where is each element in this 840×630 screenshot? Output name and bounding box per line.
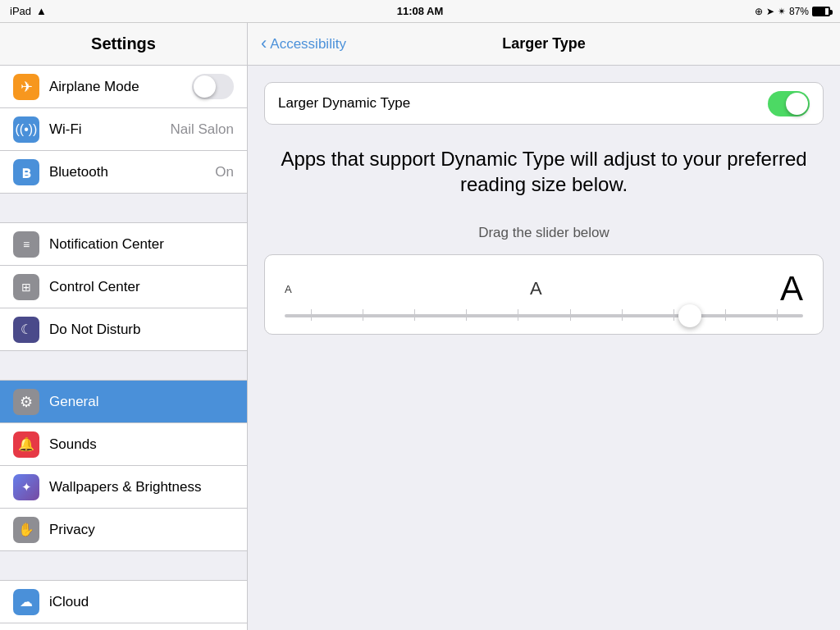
- back-button[interactable]: ‹ Accessibility: [261, 34, 346, 54]
- wallpaper-label: Wallpapers & Brightness: [49, 479, 234, 495]
- dnd-label: Do Not Disturb: [49, 322, 234, 338]
- privacy-icon: ✋: [13, 517, 39, 543]
- sidebar-item-wallpaper[interactable]: ✦ Wallpapers & Brightness: [0, 466, 247, 509]
- airplane-toggle[interactable]: [192, 74, 234, 99]
- dynamic-type-row: Larger Dynamic Type: [264, 82, 824, 125]
- ipad-label: iPad: [10, 5, 31, 17]
- sidebar-item-mail[interactable]: ✉ Mail, Contacts, Calendars: [0, 623, 247, 630]
- sidebar-item-control[interactable]: ⊞ Control Center: [0, 266, 247, 308]
- control-icon: ⊞: [13, 274, 39, 300]
- wifi-label: Wi-Fi: [49, 121, 161, 138]
- notification-icon: ≡: [13, 231, 39, 258]
- sidebar-item-wifi[interactable]: ((•)) Wi-Fi Nail Salon: [0, 108, 247, 151]
- slider-track: [285, 314, 803, 317]
- status-bar: iPad ▲ 11:08 AM ⊕ ➤ ✴ 87%: [0, 0, 840, 23]
- status-right: ⊕ ➤ ✴ 87%: [755, 6, 830, 17]
- airplane-label: Airplane Mode: [49, 79, 182, 95]
- icloud-icon: ☁: [13, 589, 39, 615]
- wifi-value: Nail Salon: [171, 121, 235, 138]
- slider-card: A A A: [264, 254, 824, 335]
- separator-3: [0, 551, 247, 581]
- status-time: 11:08 AM: [397, 5, 444, 17]
- separator-1: [0, 194, 247, 223]
- dnd-icon: ☾: [13, 317, 39, 343]
- separator-2: [0, 351, 247, 381]
- status-left: iPad ▲: [10, 5, 47, 17]
- sounds-label: Sounds: [49, 436, 234, 453]
- sidebar-item-privacy[interactable]: ✋ Privacy: [0, 509, 247, 551]
- sidebar-item-dnd[interactable]: ☾ Do Not Disturb: [0, 308, 247, 351]
- back-chevron-icon: ‹: [261, 33, 267, 54]
- battery-icon: [812, 7, 830, 16]
- wifi-icon: ((•)): [13, 116, 39, 143]
- control-label: Control Center: [49, 279, 234, 295]
- general-label: General: [49, 394, 234, 410]
- battery-label: 87%: [789, 6, 809, 17]
- sidebar-item-general[interactable]: ⚙ General: [0, 381, 247, 423]
- main-layout: Settings ✈ Airplane Mode ((•)) Wi-Fi Nai…: [0, 23, 840, 630]
- sidebar-list: ✈ Airplane Mode ((•)) Wi-Fi Nail Salon ʙ…: [0, 66, 247, 630]
- notification-label: Notification Center: [49, 236, 234, 253]
- content-body: Larger Dynamic Type Apps that support Dy…: [248, 66, 840, 630]
- airplane-toggle-knob: [194, 75, 216, 98]
- description-text: Apps that support Dynamic Type will adju…: [264, 138, 824, 205]
- bluetooth-value: On: [215, 164, 234, 180]
- drag-label: Drag the slider below: [264, 225, 824, 241]
- wallpaper-icon: ✦: [13, 474, 39, 500]
- wifi-icon: ▲: [36, 5, 47, 17]
- content-header: ‹ Accessibility Larger Type: [248, 23, 840, 66]
- back-label: Accessibility: [270, 36, 346, 52]
- icloud-label: iCloud: [49, 594, 234, 610]
- airplane-icon: ✈: [13, 74, 39, 100]
- content-area: ‹ Accessibility Larger Type Larger Dynam…: [248, 23, 840, 630]
- sounds-icon: 🔔: [13, 431, 39, 458]
- page-title: Larger Type: [502, 35, 586, 52]
- slider-small-a: A: [285, 283, 292, 295]
- dynamic-type-label: Larger Dynamic Type: [278, 95, 768, 112]
- dynamic-type-toggle-knob: [786, 93, 808, 115]
- bluetooth-icon: ʙ: [13, 159, 39, 185]
- arrow-icon: ➤: [766, 6, 774, 17]
- slider-track-container[interactable]: [285, 314, 803, 317]
- sidebar-header: Settings: [0, 23, 247, 66]
- sidebar-item-airplane[interactable]: ✈ Airplane Mode: [0, 66, 247, 108]
- general-icon: ⚙: [13, 389, 39, 415]
- bluetooth-label: Bluetooth: [49, 164, 205, 180]
- slider-row: [285, 314, 803, 317]
- sidebar-item-icloud[interactable]: ☁ iCloud: [0, 581, 247, 623]
- slider-labels: A A A: [285, 272, 803, 306]
- slider-thumb[interactable]: [678, 304, 701, 327]
- location-icon: ⊕: [755, 6, 763, 17]
- sidebar-item-sounds[interactable]: 🔔 Sounds: [0, 423, 247, 466]
- dynamic-type-toggle[interactable]: [768, 91, 810, 116]
- slider-large-a: A: [780, 272, 803, 306]
- bluetooth-status-icon: ✴: [778, 6, 786, 17]
- sidebar-item-bluetooth[interactable]: ʙ Bluetooth On: [0, 151, 247, 194]
- sidebar: Settings ✈ Airplane Mode ((•)) Wi-Fi Nai…: [0, 23, 248, 630]
- slider-medium-a: A: [530, 278, 542, 299]
- privacy-label: Privacy: [49, 522, 234, 538]
- sidebar-item-notification[interactable]: ≡ Notification Center: [0, 223, 247, 266]
